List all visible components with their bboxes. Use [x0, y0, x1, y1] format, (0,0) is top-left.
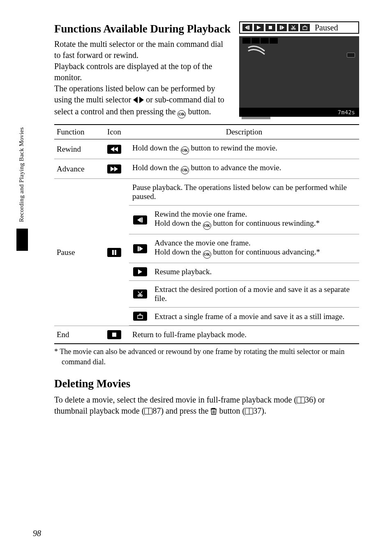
svg-marker-22: [139, 246, 143, 251]
rewind-icon: [107, 145, 121, 154]
stop-icon: [265, 24, 275, 31]
extract-frame-icon: [133, 312, 147, 321]
frame-forward-icon: [133, 244, 147, 253]
play-icon: [254, 24, 264, 31]
extract-frame-icon: [300, 24, 310, 31]
row-label: Rewind: [54, 139, 99, 159]
svg-rect-1: [248, 25, 249, 30]
preview-controls-bar: Paused: [239, 21, 359, 34]
svg-marker-16: [114, 167, 118, 171]
left-right-arrow-icon: [133, 95, 144, 106]
svg-rect-10: [303, 27, 307, 30]
sub-icon-cell: [129, 263, 151, 281]
scissors-icon: [288, 24, 298, 31]
stop-icon: [107, 330, 121, 339]
svg-marker-12: [139, 97, 144, 103]
col-description: Description: [129, 125, 359, 139]
fast-forward-icon: [107, 164, 121, 174]
svg-marker-13: [111, 147, 114, 152]
row-label: Pause: [54, 179, 99, 326]
frame-fwd-icon: [277, 24, 287, 31]
trash-icon: [210, 407, 217, 418]
scissors-icon: [133, 289, 147, 298]
frame-back-icon: [133, 215, 147, 224]
preview-state-label: Paused: [315, 23, 338, 32]
row-label: Advance: [54, 159, 99, 179]
play-icon: [133, 267, 147, 276]
progress-bar: [242, 117, 270, 119]
sub-desc: Rewind the movie one frame. Hold down th…: [151, 206, 359, 234]
page-number: 98: [33, 529, 41, 538]
svg-marker-14: [114, 147, 118, 152]
svg-rect-3: [269, 26, 272, 29]
sub-icon-cell: [129, 281, 151, 308]
preview-timebar: 7m42s: [239, 108, 359, 117]
ok-button-icon: OK: [203, 250, 211, 259]
preview-frame: 7m42s: [239, 36, 359, 117]
table-row: Advance Hold down the OK button to advan…: [54, 159, 359, 179]
svg-rect-30: [112, 333, 116, 337]
row-icon-cell: [99, 159, 129, 179]
svg-line-8: [292, 25, 295, 29]
functions-table: Function Icon Description Rewind Hold do…: [54, 124, 359, 344]
pause-icon: [107, 248, 121, 257]
preview-mini-controls: [242, 38, 356, 44]
ok-button-icon: OK: [181, 146, 189, 155]
preview-time: 7m42s: [338, 109, 355, 116]
svg-marker-15: [111, 167, 114, 171]
book-icon: [144, 408, 152, 414]
svg-rect-18: [115, 250, 116, 255]
ok-button-icon: OK: [203, 222, 211, 230]
pause-nested-cell: Pause playback. The operations listed be…: [129, 179, 359, 326]
pause-header: Pause playback. The operations listed be…: [129, 179, 359, 206]
swoosh-icon: [247, 45, 265, 58]
col-icon: Icon: [99, 125, 129, 139]
frame-back-icon: [242, 24, 252, 31]
row-label: End: [54, 326, 99, 344]
col-function: Function: [54, 125, 99, 139]
battery-icon: [347, 53, 355, 58]
side-tab-marker: [16, 229, 28, 251]
svg-marker-5: [281, 25, 284, 30]
ok-button-icon: OK: [178, 110, 186, 118]
svg-rect-20: [141, 217, 143, 222]
sub-icon-cell: [129, 308, 151, 326]
svg-rect-17: [112, 250, 114, 255]
section-title: Functions Available During Playback: [54, 22, 235, 35]
row-icon-cell: [99, 139, 129, 159]
book-icon: [245, 408, 253, 414]
svg-marker-11: [133, 97, 138, 103]
table-header-row: Function Icon Description: [54, 125, 359, 139]
pause-subtable: Pause playback. The operations listed be…: [129, 179, 359, 326]
deleting-body: To delete a movie, select the desired mo…: [54, 394, 359, 418]
svg-rect-28: [138, 315, 143, 319]
sub-icon-cell: [129, 206, 151, 234]
row-desc: Hold down the OK button to advance the m…: [129, 159, 359, 179]
svg-marker-19: [137, 217, 141, 222]
svg-rect-21: [138, 246, 139, 251]
sub-desc: Extract a single frame of a movie and sa…: [151, 308, 359, 326]
table-row: Rewind Hold down the OK button to rewind…: [54, 139, 359, 159]
preview-panel: Paused 7m42s: [239, 21, 359, 117]
row-icon-cell: [99, 326, 129, 344]
footnote: * The movie can also be advanced or rewo…: [54, 347, 359, 367]
row-desc: Hold down the OK button to rewind the mo…: [129, 139, 359, 159]
sub-icon-cell: [129, 234, 151, 263]
deleting-title: Deleting Movies: [54, 377, 359, 390]
table-row-pause: Pause Pause playback. The operations lis…: [54, 179, 359, 326]
svg-marker-23: [138, 269, 142, 274]
sub-desc: Resume playback.: [151, 263, 359, 281]
ok-button-icon: OK: [181, 166, 189, 174]
side-tab-label: Recording and Playing Back Movies: [18, 93, 27, 224]
sub-desc: Advance the movie one frame. Hold down t…: [151, 234, 359, 263]
svg-marker-2: [257, 25, 261, 30]
row-desc: Return to full-frame playback mode.: [129, 326, 359, 344]
sub-desc: Extract the desired portion of a movie a…: [151, 281, 359, 308]
intro-text: Rotate the multi selector or the main co…: [54, 39, 231, 118]
book-icon: [297, 397, 305, 403]
svg-rect-4: [280, 25, 281, 30]
table-row: End Return to full-frame playback mode.: [54, 326, 359, 344]
svg-marker-0: [245, 25, 248, 30]
row-icon-cell: [99, 179, 129, 326]
svg-line-9: [292, 25, 295, 29]
